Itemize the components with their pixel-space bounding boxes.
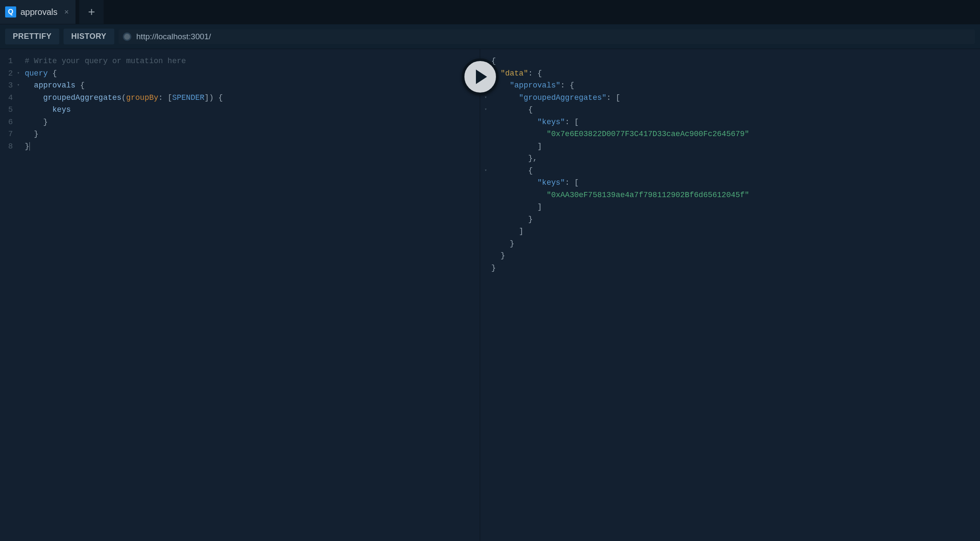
query-comment: # Write your query or mutation here — [25, 57, 186, 65]
endpoint-input[interactable] — [136, 32, 971, 41]
close-icon[interactable]: × — [64, 8, 69, 17]
connection-status-icon — [123, 32, 131, 41]
json-key-keys: "keys" — [537, 178, 565, 187]
new-tab-button[interactable]: + — [79, 0, 104, 24]
result-fold-gutter: ▾ ▾ ▾ ▾ ▾ ▾ — [480, 55, 490, 535]
json-value-address-1: "0xAA30eF758139ae4a7f798112902Bf6d656120… — [547, 191, 749, 199]
execute-button[interactable] — [462, 58, 499, 95]
toolbar: PRETTIFY HISTORY — [0, 24, 980, 49]
tab-bar: Q approvals × + — [0, 0, 980, 24]
kw-query: query — [25, 69, 48, 78]
plus-icon: + — [88, 6, 95, 18]
field-keys: keys — [52, 105, 71, 114]
endpoint-field[interactable] — [119, 29, 975, 44]
main-area: 1 2 3 4 5 6 7 8 ▾ ▾ # Write your query o… — [0, 49, 980, 541]
json-key-keys: "keys" — [537, 118, 565, 126]
query-code[interactable]: # Write your query or mutation here quer… — [23, 55, 480, 535]
history-button[interactable]: HISTORY — [64, 29, 114, 44]
field-approvals: approvals — [34, 81, 75, 90]
result-viewer[interactable]: ▾ ▾ ▾ ▾ ▾ ▾ { "data": { "approvals": { "… — [480, 49, 980, 541]
json-key-data: "data" — [501, 69, 528, 78]
play-icon — [476, 70, 487, 84]
query-badge-icon: Q — [5, 6, 16, 17]
line-gutter: 1 2 3 4 5 6 7 8 — [0, 55, 17, 535]
json-key-groupedAggregates: "groupedAggregates" — [519, 93, 606, 102]
cursor: } — [25, 142, 30, 151]
prettify-button[interactable]: PRETTIFY — [5, 29, 59, 44]
tab-approvals[interactable]: Q approvals × — [0, 0, 76, 24]
enum-spender: SPENDER — [172, 93, 205, 102]
fold-gutter: ▾ ▾ — [17, 55, 23, 535]
json-key-approvals: "approvals" — [510, 81, 560, 90]
result-code: { "data": { "approvals": { "groupedAggre… — [490, 55, 980, 535]
arg-groupBy: groupBy — [126, 93, 159, 102]
query-editor[interactable]: 1 2 3 4 5 6 7 8 ▾ ▾ # Write your query o… — [0, 49, 480, 541]
field-groupedAggregates: groupedAggregates — [43, 93, 122, 102]
json-value-address-0: "0x7e6E03822D0077F3C417D33caeAc900Fc2645… — [547, 130, 749, 138]
tab-title: approvals — [20, 7, 58, 17]
